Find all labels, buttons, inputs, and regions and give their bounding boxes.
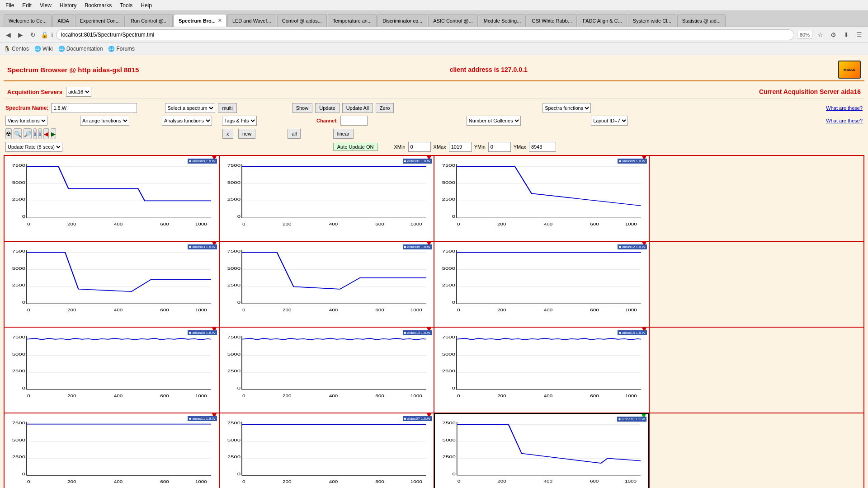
gallery-cell-1-2[interactable]: ■ aidas12 1.8.W 7500 5000 2500 0 0 200 4…: [434, 241, 649, 327]
gallery-cell-0-0[interactable]: ■ aidas09 1.8.W 7500 5000 2500 0 0 200 4…: [4, 155, 219, 241]
xmin-input[interactable]: [408, 142, 431, 152]
tab-control[interactable]: Control @ aidas...: [277, 14, 327, 27]
update-rate-select[interactable]: Update Rate (8 secs): [5, 142, 62, 152]
svg-text:400: 400: [114, 222, 123, 226]
layout-id-select[interactable]: Layout ID=7: [591, 116, 628, 126]
gallery-cell-2-1[interactable]: ■ aidas13 1.8.W 7500 5000 2500 0 0 200 4…: [219, 327, 434, 413]
arrange-functions-select[interactable]: Arrange functions: [80, 116, 129, 126]
gallery-cell-2-2[interactable]: ■ aidas15 1.8.W 7500 5000 2500 0 0 200 4…: [434, 327, 649, 413]
info-blue-icon[interactable]: ℹ: [33, 128, 37, 139]
number-galleries-select[interactable]: Number of Galleries: [467, 116, 521, 126]
gallery-cell-3-1[interactable]: ■ aidas07 1.8.W 7500 5000 2500 0 0 200 4…: [219, 413, 434, 488]
bookmark-documentation[interactable]: 🌐 Documentation: [58, 46, 103, 52]
svg-text:600: 600: [160, 308, 169, 312]
tab-system[interactable]: System wide Cl...: [628, 14, 676, 27]
next-icon[interactable]: ▶: [51, 128, 56, 139]
what-these-2[interactable]: What are these?: [826, 118, 863, 123]
spectrum-name-input[interactable]: [51, 103, 137, 113]
gallery-cell-2-0[interactable]: ■ aidas06 1.8.W 7500 5000 2500 0 0 200 4…: [4, 327, 219, 413]
address-bar[interactable]: [56, 29, 794, 40]
menu-history[interactable]: History: [56, 1, 80, 9]
bookmark-centos[interactable]: 🐧 Centos: [4, 46, 29, 52]
gallery-cell-0-2[interactable]: ■ aidas05 1.8.W 7500 5000 2500 0 0 200 4…: [434, 155, 649, 241]
svg-text:5000: 5000: [442, 179, 455, 184]
tab-gsi[interactable]: GSI White Rabb...: [527, 14, 577, 27]
tab-discriminator[interactable]: Discriminator co...: [377, 14, 427, 27]
zoom-in-icon[interactable]: 🔍: [14, 128, 22, 139]
extensions-button[interactable]: ⚙: [828, 30, 839, 39]
ymin-input[interactable]: [488, 142, 511, 152]
update-button[interactable]: Update: [315, 103, 339, 113]
tab-aida[interactable]: AIDA: [52, 14, 74, 27]
svg-text:7500: 7500: [227, 248, 240, 253]
tab-statistics[interactable]: Statistics @ aid...: [677, 14, 726, 27]
x-button[interactable]: x: [222, 129, 233, 139]
info2-icon[interactable]: ℹ: [38, 128, 42, 139]
gallery-cell-3-2[interactable]: ■ aidas10 1.8.W 7500 5000 2500 0 0 200 4…: [434, 413, 649, 488]
prev-icon[interactable]: ◀: [43, 128, 49, 139]
zero-button[interactable]: Zero: [376, 103, 394, 113]
view-functions-select[interactable]: View functions: [5, 116, 47, 126]
svg-text:0: 0: [457, 222, 460, 226]
reload-nav-button[interactable]: ↻: [28, 30, 38, 39]
forward-button[interactable]: ▶: [16, 30, 25, 39]
gallery-cell-2-3: [649, 327, 864, 413]
tab-fadc[interactable]: FADC Align & C...: [578, 14, 627, 27]
acq-server-select[interactable]: aida16: [66, 87, 91, 97]
svg-text:0: 0: [237, 471, 240, 476]
svg-text:1000: 1000: [625, 222, 637, 226]
menu-help[interactable]: Help: [137, 1, 156, 9]
auto-update-button[interactable]: Auto Update ON: [333, 143, 378, 151]
back-button[interactable]: ◀: [4, 30, 13, 39]
svg-text:0: 0: [22, 214, 25, 219]
linear-button[interactable]: linear: [333, 129, 354, 139]
select-spectrum-dropdown[interactable]: Select a spectrum: [165, 103, 215, 113]
svg-rect-16: [221, 157, 433, 240]
zoom-out-icon[interactable]: 🔎: [24, 128, 32, 139]
svg-text:5000: 5000: [442, 351, 455, 356]
svg-text:200: 200: [67, 222, 76, 226]
all-button[interactable]: all: [288, 129, 301, 139]
multi-button[interactable]: multi: [218, 103, 236, 113]
gallery-cell-1-0[interactable]: ■ aidas03 1.8.W 7500 5000 2500 0 0 200 4…: [4, 241, 219, 327]
menu-view[interactable]: View: [36, 1, 55, 9]
download-button[interactable]: ⬇: [841, 30, 851, 39]
tab-temperature[interactable]: Temperature an...: [328, 14, 377, 27]
menu-button[interactable]: ☰: [854, 30, 864, 39]
tab-module[interactable]: Module Setting...: [479, 14, 526, 27]
tab-led[interactable]: LED and Wavef...: [227, 14, 276, 27]
gallery-cell-0-1[interactable]: ■ aidas01 1.8.W 7500 5000 2500 0 0 200 4…: [219, 155, 434, 241]
star-button[interactable]: ☆: [815, 30, 826, 39]
svg-text:600: 600: [160, 394, 169, 398]
tags-fits-select[interactable]: Tags & Fits: [222, 116, 257, 126]
radiation-icon[interactable]: ☢: [5, 128, 12, 139]
ymax-input[interactable]: [529, 142, 556, 152]
gallery-cell-1-1[interactable]: ■ aidas05 1.8.W 7500 5000 2500 0 0 200 4…: [219, 241, 434, 327]
analysis-functions-select[interactable]: Analysis functions: [162, 116, 212, 126]
chart-label-0-0: ■ aidas09 1.8.W: [188, 159, 217, 164]
bookmark-forums[interactable]: 🌐 Forums: [108, 46, 135, 52]
new-button[interactable]: new: [238, 129, 255, 139]
what-these-1[interactable]: What are these?: [826, 105, 863, 111]
svg-text:0: 0: [457, 394, 460, 398]
show-button[interactable]: Show: [292, 103, 313, 113]
tab-welcome[interactable]: Welcome to Ce...: [4, 14, 52, 27]
svg-text:7500: 7500: [227, 420, 240, 425]
svg-text:1000: 1000: [195, 308, 207, 312]
tab-asic[interactable]: ASIC Control @...: [428, 14, 478, 27]
menu-edit[interactable]: Edit: [19, 1, 35, 9]
svg-text:7500: 7500: [227, 334, 240, 339]
tab-experiment[interactable]: Experiment Con...: [75, 14, 125, 27]
menu-tools[interactable]: Tools: [116, 1, 136, 9]
menu-bookmarks[interactable]: Bookmarks: [81, 1, 115, 9]
gallery-cell-3-0[interactable]: ■ aidas11 1.8.W 7500 5000 2500 0 0 200 4…: [4, 413, 219, 488]
tab-spectrum[interactable]: Spectrum Bro... ✕: [174, 14, 226, 27]
tab-runcontrol[interactable]: Run Control @...: [126, 14, 173, 27]
menu-file[interactable]: File: [2, 1, 18, 9]
xmax-input[interactable]: [449, 142, 472, 152]
channel-input[interactable]: [340, 116, 368, 126]
bookmark-wiki[interactable]: 🌐 Wiki: [34, 46, 53, 52]
close-icon[interactable]: ✕: [218, 18, 222, 23]
spectra-functions-select[interactable]: Spectra functions: [542, 103, 591, 113]
update-all-button[interactable]: Update All: [342, 103, 373, 113]
